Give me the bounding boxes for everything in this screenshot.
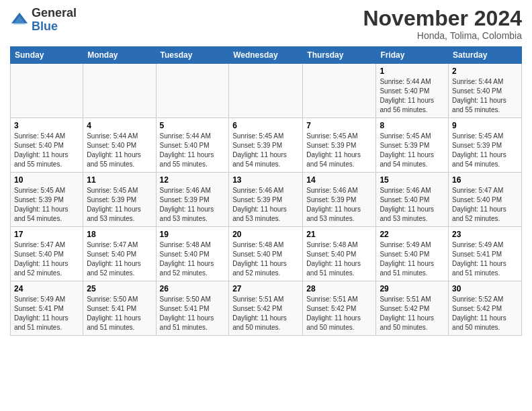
day-number: 8 [380, 121, 445, 130]
calendar-cell: 20Sunrise: 5:48 AM Sunset: 5:40 PM Dayli… [229, 227, 303, 281]
day-info: Sunrise: 5:51 AM Sunset: 5:42 PM Dayligh… [380, 295, 445, 332]
day-number: 19 [160, 230, 226, 239]
day-number: 17 [14, 230, 79, 239]
day-number: 7 [306, 121, 372, 130]
day-number: 11 [87, 175, 152, 185]
title-block: November 2024 Honda, Tolima, Colombia [363, 7, 522, 41]
calendar-cell: 14Sunrise: 5:46 AM Sunset: 5:39 PM Dayli… [303, 173, 376, 227]
day-info: Sunrise: 5:50 AM Sunset: 5:41 PM Dayligh… [160, 295, 226, 332]
day-number: 3 [14, 121, 79, 130]
day-number: 25 [87, 284, 152, 293]
day-number: 5 [160, 121, 226, 130]
day-info: Sunrise: 5:46 AM Sunset: 5:39 PM Dayligh… [232, 186, 299, 224]
calendar-cell: 13Sunrise: 5:46 AM Sunset: 5:39 PM Dayli… [229, 173, 303, 227]
calendar-cell: 2Sunrise: 5:44 AM Sunset: 5:40 PM Daylig… [449, 64, 522, 118]
calendar-cell: 24Sunrise: 5:49 AM Sunset: 5:41 PM Dayli… [11, 281, 83, 336]
day-info: Sunrise: 5:50 AM Sunset: 5:41 PM Dayligh… [87, 295, 152, 332]
weekday-row: SundayMondayTuesdayWednesdayThursdayFrid… [11, 47, 522, 64]
calendar-cell: 22Sunrise: 5:49 AM Sunset: 5:40 PM Dayli… [376, 227, 449, 281]
day-number: 12 [160, 175, 226, 185]
page: General Blue November 2024 Honda, Tolima… [0, 0, 532, 346]
month-title: November 2024 [363, 7, 522, 30]
day-info: Sunrise: 5:44 AM Sunset: 5:40 PM Dayligh… [14, 132, 79, 169]
calendar-cell: 1Sunrise: 5:44 AM Sunset: 5:40 PM Daylig… [376, 64, 449, 118]
day-info: Sunrise: 5:52 AM Sunset: 5:42 PM Dayligh… [452, 295, 518, 332]
day-number: 27 [232, 284, 299, 293]
day-info: Sunrise: 5:45 AM Sunset: 5:39 PM Dayligh… [87, 186, 152, 224]
logo-text: General Blue [32, 7, 77, 34]
logo-icon [10, 11, 29, 30]
day-info: Sunrise: 5:45 AM Sunset: 5:39 PM Dayligh… [232, 132, 299, 169]
calendar-week-2: 3Sunrise: 5:44 AM Sunset: 5:40 PM Daylig… [11, 118, 522, 173]
day-info: Sunrise: 5:49 AM Sunset: 5:41 PM Dayligh… [14, 295, 79, 332]
calendar-week-1: 1Sunrise: 5:44 AM Sunset: 5:40 PM Daylig… [11, 64, 522, 118]
logo: General Blue [10, 7, 77, 34]
day-info: Sunrise: 5:45 AM Sunset: 5:39 PM Dayligh… [380, 132, 445, 169]
calendar-cell: 9Sunrise: 5:45 AM Sunset: 5:39 PM Daylig… [449, 118, 522, 173]
calendar-cell [11, 64, 83, 118]
header: General Blue November 2024 Honda, Tolima… [10, 7, 522, 41]
day-info: Sunrise: 5:51 AM Sunset: 5:42 PM Dayligh… [306, 295, 372, 332]
calendar-week-5: 24Sunrise: 5:49 AM Sunset: 5:41 PM Dayli… [11, 281, 522, 336]
logo-blue: Blue [32, 19, 58, 33]
calendar-cell: 26Sunrise: 5:50 AM Sunset: 5:41 PM Dayli… [156, 281, 229, 336]
calendar-week-4: 17Sunrise: 5:47 AM Sunset: 5:40 PM Dayli… [11, 227, 522, 281]
day-number: 16 [452, 175, 518, 185]
day-info: Sunrise: 5:47 AM Sunset: 5:40 PM Dayligh… [14, 240, 79, 278]
calendar-cell: 27Sunrise: 5:51 AM Sunset: 5:42 PM Dayli… [229, 281, 303, 336]
calendar-cell: 29Sunrise: 5:51 AM Sunset: 5:42 PM Dayli… [376, 281, 449, 336]
calendar-cell: 5Sunrise: 5:44 AM Sunset: 5:40 PM Daylig… [156, 118, 229, 173]
calendar-cell: 11Sunrise: 5:45 AM Sunset: 5:39 PM Dayli… [83, 173, 156, 227]
day-number: 9 [452, 121, 518, 130]
day-number: 28 [306, 284, 372, 293]
day-info: Sunrise: 5:45 AM Sunset: 5:39 PM Dayligh… [306, 132, 372, 169]
calendar-cell [229, 64, 303, 118]
weekday-header-sunday: Sunday [11, 47, 83, 64]
calendar-cell: 25Sunrise: 5:50 AM Sunset: 5:41 PM Dayli… [83, 281, 156, 336]
day-number: 10 [14, 175, 79, 185]
calendar-cell [303, 64, 376, 118]
day-number: 21 [306, 230, 372, 239]
calendar-cell: 15Sunrise: 5:46 AM Sunset: 5:40 PM Dayli… [376, 173, 449, 227]
day-info: Sunrise: 5:44 AM Sunset: 5:40 PM Dayligh… [452, 77, 518, 115]
day-info: Sunrise: 5:44 AM Sunset: 5:40 PM Dayligh… [87, 132, 152, 169]
day-info: Sunrise: 5:46 AM Sunset: 5:40 PM Dayligh… [380, 186, 445, 224]
day-info: Sunrise: 5:49 AM Sunset: 5:41 PM Dayligh… [452, 240, 518, 278]
calendar-cell: 16Sunrise: 5:47 AM Sunset: 5:40 PM Dayli… [449, 173, 522, 227]
day-number: 23 [452, 230, 518, 239]
calendar-body: 1Sunrise: 5:44 AM Sunset: 5:40 PM Daylig… [11, 64, 522, 336]
day-number: 20 [232, 230, 299, 239]
day-number: 1 [380, 66, 445, 76]
day-number: 14 [306, 175, 372, 185]
day-number: 4 [87, 121, 152, 130]
calendar-cell: 18Sunrise: 5:47 AM Sunset: 5:40 PM Dayli… [83, 227, 156, 281]
location: Honda, Tolima, Colombia [363, 30, 522, 41]
day-number: 13 [232, 175, 299, 185]
weekday-header-monday: Monday [83, 47, 156, 64]
weekday-header-tuesday: Tuesday [156, 47, 229, 64]
day-info: Sunrise: 5:44 AM Sunset: 5:40 PM Dayligh… [380, 77, 445, 115]
weekday-header-wednesday: Wednesday [229, 47, 303, 64]
day-number: 26 [160, 284, 226, 293]
day-number: 24 [14, 284, 79, 293]
calendar-cell [156, 64, 229, 118]
day-number: 2 [452, 66, 518, 76]
day-number: 6 [232, 121, 299, 130]
logo-general: General [32, 6, 77, 19]
calendar: SundayMondayTuesdayWednesdayThursdayFrid… [10, 46, 522, 336]
calendar-cell: 19Sunrise: 5:48 AM Sunset: 5:40 PM Dayli… [156, 227, 229, 281]
day-info: Sunrise: 5:45 AM Sunset: 5:39 PM Dayligh… [14, 186, 79, 224]
weekday-header-saturday: Saturday [449, 47, 522, 64]
day-number: 15 [380, 175, 445, 185]
calendar-cell: 30Sunrise: 5:52 AM Sunset: 5:42 PM Dayli… [449, 281, 522, 336]
calendar-cell: 28Sunrise: 5:51 AM Sunset: 5:42 PM Dayli… [303, 281, 376, 336]
day-info: Sunrise: 5:44 AM Sunset: 5:40 PM Dayligh… [160, 132, 226, 169]
day-number: 29 [380, 284, 445, 293]
day-info: Sunrise: 5:46 AM Sunset: 5:39 PM Dayligh… [306, 186, 372, 224]
calendar-week-3: 10Sunrise: 5:45 AM Sunset: 5:39 PM Dayli… [11, 173, 522, 227]
day-info: Sunrise: 5:45 AM Sunset: 5:39 PM Dayligh… [452, 132, 518, 169]
day-info: Sunrise: 5:47 AM Sunset: 5:40 PM Dayligh… [452, 186, 518, 224]
day-info: Sunrise: 5:48 AM Sunset: 5:40 PM Dayligh… [306, 240, 372, 278]
calendar-cell: 17Sunrise: 5:47 AM Sunset: 5:40 PM Dayli… [11, 227, 83, 281]
calendar-cell: 8Sunrise: 5:45 AM Sunset: 5:39 PM Daylig… [376, 118, 449, 173]
